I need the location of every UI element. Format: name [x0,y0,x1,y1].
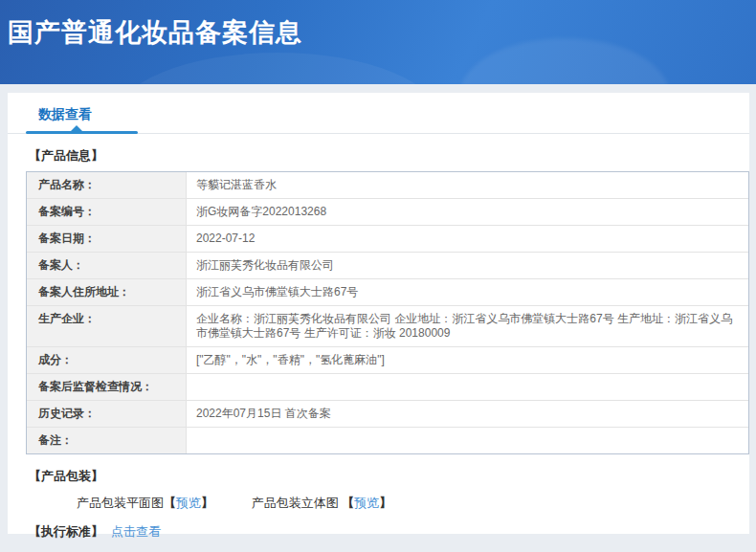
table-row-supervision: 备案后监督检查情况： [27,374,748,401]
table-row-registrant: 备案人： 浙江丽芙秀化妆品有限公司 [27,253,748,279]
row-value: 企业名称：浙江丽芙秀化妆品有限公司 企业地址：浙江省义乌市佛堂镇大士路67号 生… [187,306,748,346]
row-value: 浙江丽芙秀化妆品有限公司 [187,253,748,278]
row-label: 备案后监督检查情况： [27,374,187,400]
packaging-flat-item: 产品包装平面图【预览】 [77,496,213,510]
section-standard-title: 【执行标准】 [29,524,103,539]
table-row-history: 历史记录： 2022年07月15日 首次备案 [27,401,748,428]
packaging-stereo-label: 产品包装立体图 [252,496,339,510]
row-value [187,374,748,400]
tab-active-indicator [26,131,138,134]
row-label: 备案日期： [27,226,187,252]
row-value: 2022-07-12 [187,226,748,252]
row-label: 备案人住所地址： [27,279,187,305]
bracket-open: 【 [342,496,354,510]
table-row-ingredients: 成分： ["乙醇"，"水"，"香精"，"氢化蓖麻油"] [27,347,748,374]
row-value [187,428,748,453]
row-label: 成分： [27,347,187,373]
content-card: 数据查看 【产品信息】 产品名称： 等貘记湛蓝香水 备案编号： 浙G妆网备字20… [8,93,749,534]
page-banner: 国产普通化妆品备案信息 [0,0,756,84]
row-value: 等貘记湛蓝香水 [187,172,748,198]
row-label: 备注： [27,428,187,453]
table-row-product-name: 产品名称： 等貘记湛蓝香水 [27,172,748,199]
row-label: 生产企业： [27,306,187,346]
packaging-flat-preview-link[interactable]: 预览 [176,496,201,510]
row-value: ["乙醇"，"水"，"香精"，"氢化蓖麻油"] [187,347,748,373]
page-title: 国产普通化妆品备案信息 [0,0,756,50]
standard-view-link[interactable]: 点击查看 [111,524,161,539]
table-row-manufacturer: 生产企业： 企业名称：浙江丽芙秀化妆品有限公司 企业地址：浙江省义乌市佛堂镇大士… [27,306,748,347]
row-label: 备案人： [27,253,187,278]
table-row-remarks: 备注： [27,428,748,453]
tab-bar: 数据查看 [8,93,749,134]
table-row-registrant-address: 备案人住所地址： 浙江省义乌市佛堂镇大士路67号 [27,279,748,306]
tab-data-view[interactable]: 数据查看 [38,106,92,123]
standard-line: 【执行标准】点击查看 [29,523,749,541]
packaging-stereo-preview-link[interactable]: 预览 [354,496,379,510]
bracket-close: 】 [201,496,213,510]
packaging-previews: 产品包装平面图【预览】 产品包装立体图 【预览】 [77,495,749,512]
row-label: 历史记录： [27,401,187,427]
product-info-table: 产品名称： 等貘记湛蓝香水 备案编号： 浙G妆网备字2022013268 备案日… [26,171,749,454]
packaging-stereo-item: 产品包装立体图 【预览】 [252,496,392,510]
bracket-close: 】 [379,496,391,510]
bracket-open: 【 [164,496,176,510]
table-row-registration-date: 备案日期： 2022-07-12 [27,226,748,253]
row-value: 浙G妆网备字2022013268 [187,199,748,225]
table-row-registration-number: 备案编号： 浙G妆网备字2022013268 [27,199,748,226]
section-product-info-title: 【产品信息】 [29,147,749,165]
row-label: 产品名称： [27,172,187,198]
packaging-flat-label: 产品包装平面图 [77,496,164,510]
section-packaging-title: 【产品包装】 [29,468,749,485]
row-value: 2022年07月15日 首次备案 [187,401,748,427]
row-label: 备案编号： [27,199,187,225]
row-value: 浙江省义乌市佛堂镇大士路67号 [187,279,748,305]
